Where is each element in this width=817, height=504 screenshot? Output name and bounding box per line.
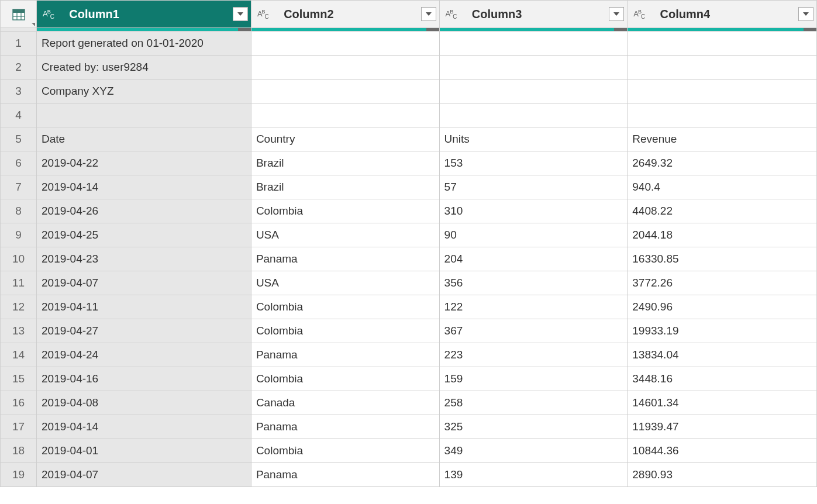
row-number[interactable]: 6	[1, 151, 37, 175]
cell[interactable]: Colombia	[251, 199, 439, 223]
cell[interactable]: Company XYZ	[37, 80, 251, 103]
cell[interactable]: Panama	[251, 343, 439, 367]
cell[interactable]	[439, 56, 628, 80]
row-number[interactable]: 12	[1, 295, 37, 319]
cell[interactable]: Brazil	[251, 151, 439, 175]
cell[interactable]: USA	[251, 271, 439, 295]
cell[interactable]: Colombia	[251, 367, 439, 391]
column-filter-button[interactable]	[798, 7, 813, 21]
cell[interactable]: 11939.47	[628, 415, 817, 439]
cell[interactable]: 159	[439, 367, 628, 391]
table-row[interactable]: 172019-04-14Panama32511939.47	[1, 415, 817, 439]
cell[interactable]: 2019-04-16	[37, 367, 251, 391]
column-header-column4[interactable]: ABC Column4	[628, 1, 817, 28]
cell[interactable]: Country	[251, 127, 439, 151]
cell[interactable]: 2019-04-24	[37, 343, 251, 367]
cell[interactable]: Panama	[251, 463, 439, 487]
table-row[interactable]: 3Company XYZ	[1, 80, 817, 103]
cell[interactable]: 310	[439, 199, 628, 223]
cell[interactable]: Canada	[251, 391, 439, 415]
column-header-column1[interactable]: ABC Column1	[37, 1, 251, 28]
row-number[interactable]: 14	[1, 343, 37, 367]
cell[interactable]: Colombia	[251, 295, 439, 319]
cell[interactable]: Date	[37, 127, 251, 151]
cell[interactable]	[628, 80, 817, 103]
cell[interactable]: Panama	[251, 415, 439, 439]
cell[interactable]: 2019-04-01	[37, 439, 251, 463]
cell[interactable]: 2019-04-14	[37, 175, 251, 199]
cell[interactable]: Units	[439, 127, 628, 151]
cell[interactable]: 153	[439, 151, 628, 175]
cell[interactable]: 3448.16	[628, 367, 817, 391]
cell[interactable]: 139	[439, 463, 628, 487]
row-number[interactable]: 16	[1, 391, 37, 415]
cell[interactable]: 16330.85	[628, 247, 817, 271]
table-row[interactable]: 92019-04-25USA902044.18	[1, 223, 817, 247]
cell[interactable]	[628, 103, 817, 127]
row-number[interactable]: 7	[1, 175, 37, 199]
table-row[interactable]: 142019-04-24Panama22313834.04	[1, 343, 817, 367]
cell[interactable]	[439, 32, 628, 56]
cell[interactable]: 2019-04-25	[37, 223, 251, 247]
cell[interactable]: Panama	[251, 247, 439, 271]
table-row[interactable]: 112019-04-07USA3563772.26	[1, 271, 817, 295]
cell[interactable]: 2019-04-22	[37, 151, 251, 175]
row-number[interactable]: 4	[1, 103, 37, 127]
cell[interactable]: 325	[439, 415, 628, 439]
cell[interactable]: 10844.36	[628, 439, 817, 463]
cell[interactable]: 19933.19	[628, 319, 817, 343]
column-filter-button[interactable]	[233, 7, 248, 21]
cell[interactable]: Colombia	[251, 319, 439, 343]
table-row[interactable]: 192019-04-07Panama1392890.93	[1, 463, 817, 487]
cell[interactable]: 2019-04-07	[37, 463, 251, 487]
cell[interactable]: 367	[439, 319, 628, 343]
cell[interactable]	[251, 32, 439, 56]
cell[interactable]: 258	[439, 391, 628, 415]
cell[interactable]: 2044.18	[628, 223, 817, 247]
cell[interactable]: Created by: user9284	[37, 56, 251, 80]
row-number[interactable]: 15	[1, 367, 37, 391]
cell[interactable]: 14601.34	[628, 391, 817, 415]
row-number[interactable]: 3	[1, 80, 37, 103]
row-number[interactable]: 9	[1, 223, 37, 247]
cell[interactable]: 2019-04-07	[37, 271, 251, 295]
cell[interactable]: 57	[439, 175, 628, 199]
cell[interactable]: 349	[439, 439, 628, 463]
table-row[interactable]: 102019-04-23Panama20416330.85	[1, 247, 817, 271]
table-row[interactable]: 132019-04-27Colombia36719933.19	[1, 319, 817, 343]
column-header-column2[interactable]: ABC Column2	[251, 1, 439, 28]
cell[interactable]: Report generated on 01-01-2020	[37, 32, 251, 56]
table-row[interactable]: 82019-04-26Colombia3104408.22	[1, 199, 817, 223]
cell[interactable]: 2019-04-27	[37, 319, 251, 343]
table-row[interactable]: 5DateCountryUnitsRevenue	[1, 127, 817, 151]
cell[interactable]: 2019-04-23	[37, 247, 251, 271]
select-all-corner[interactable]	[1, 1, 37, 28]
cell[interactable]: 2019-04-26	[37, 199, 251, 223]
cell[interactable]	[37, 103, 251, 127]
cell[interactable]: 2019-04-11	[37, 295, 251, 319]
row-number[interactable]: 1	[1, 32, 37, 56]
cell[interactable]: 223	[439, 343, 628, 367]
table-row[interactable]: 182019-04-01Colombia34910844.36	[1, 439, 817, 463]
cell[interactable]: USA	[251, 223, 439, 247]
cell[interactable]: 2490.96	[628, 295, 817, 319]
row-number[interactable]: 11	[1, 271, 37, 295]
row-number[interactable]: 10	[1, 247, 37, 271]
column-header-column3[interactable]: ABC Column3	[439, 1, 628, 28]
cell[interactable]: 13834.04	[628, 343, 817, 367]
row-number[interactable]: 19	[1, 463, 37, 487]
row-number[interactable]: 17	[1, 415, 37, 439]
row-number[interactable]: 18	[1, 439, 37, 463]
table-row[interactable]: 72019-04-14Brazil57940.4	[1, 175, 817, 199]
row-number[interactable]: 8	[1, 199, 37, 223]
cell[interactable]	[628, 32, 817, 56]
cell[interactable]: 356	[439, 271, 628, 295]
column-filter-button[interactable]	[609, 7, 624, 21]
cell[interactable]: 4408.22	[628, 199, 817, 223]
table-row[interactable]: 4	[1, 103, 817, 127]
cell[interactable]: 2649.32	[628, 151, 817, 175]
table-row[interactable]: 162019-04-08Canada25814601.34	[1, 391, 817, 415]
row-number[interactable]: 13	[1, 319, 37, 343]
table-row[interactable]: 1Report generated on 01-01-2020	[1, 32, 817, 56]
row-number[interactable]: 2	[1, 56, 37, 80]
